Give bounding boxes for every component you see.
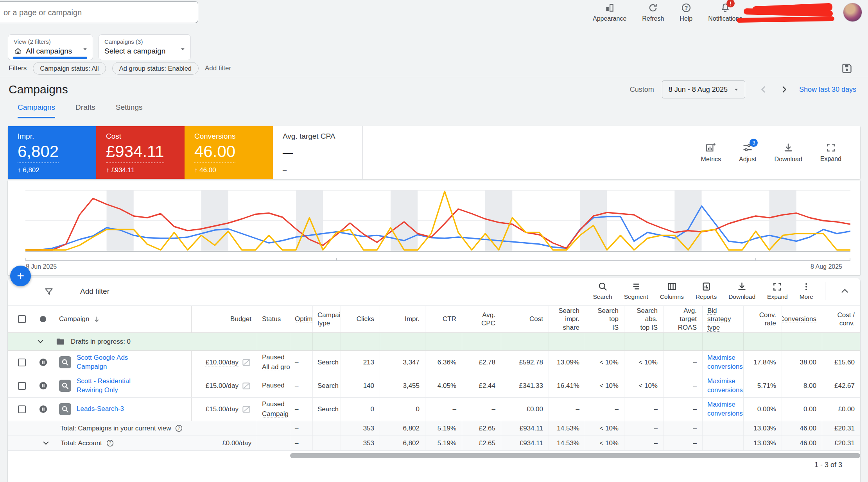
total-cell-ctr: 5.19% (425, 421, 462, 436)
table-columns-button[interactable]: Columns (660, 281, 684, 300)
table-segment-button[interactable]: Segment (624, 281, 648, 300)
table-add-filter[interactable]: Add filter (80, 287, 109, 296)
cell-stis: < 10% (585, 351, 624, 374)
budget-value: £15.00/day (206, 382, 239, 390)
total-cell-stis: < 10% (585, 436, 624, 450)
download-button[interactable]: Download (775, 142, 802, 163)
campaign-name-link[interactable]: Scott Google Ads Campaign (77, 353, 146, 371)
total-cell-type (313, 436, 341, 450)
table-more-button[interactable]: More (800, 282, 813, 300)
add-filter-link[interactable]: Add filter (205, 64, 231, 72)
column-header-costconv[interactable]: Cost / conv. (822, 306, 860, 332)
cell-opt: – (290, 398, 313, 421)
table-reports-button[interactable]: Reports (696, 281, 717, 300)
global-search-input[interactable] (0, 2, 203, 23)
column-header-status[interactable]: Status (257, 306, 290, 332)
column-header-convrate[interactable]: Conv. rate (744, 306, 782, 332)
scrollbar-thumb[interactable] (290, 453, 860, 458)
chart-start-date-label: 8 Jun 2025 (26, 263, 57, 270)
cell-value: £42.67 (834, 382, 855, 390)
date-mode-label: Custom (630, 86, 654, 94)
row-checkbox[interactable] (18, 359, 26, 366)
row-checkbox[interactable] (18, 405, 26, 413)
bid-strategy-link[interactable]: Maximise conversions (707, 377, 743, 394)
campaign-picker[interactable]: Campaigns (3) Select a campaign (99, 34, 191, 60)
campaign-name-link[interactable]: Scott - Residential Rewiring Only (77, 377, 146, 394)
collapse-table-chevron[interactable] (837, 286, 852, 296)
help-button[interactable]: ? Help (680, 3, 692, 22)
next-period-button[interactable] (779, 84, 789, 95)
total-cell-roas: – (664, 421, 703, 436)
column-header-ctr[interactable]: CTR (425, 306, 462, 332)
drafts-chevron-icon[interactable] (36, 337, 45, 346)
tab-settings[interactable]: Settings (116, 103, 143, 118)
cell-clicks: 140 (341, 374, 380, 397)
table-search-button[interactable]: Search (593, 281, 612, 300)
column-header-satis[interactable]: Search abs. top IS (624, 306, 664, 332)
campaign-column-header[interactable]: Campaign (53, 306, 192, 332)
row-checkbox[interactable] (18, 382, 26, 390)
scorecard-cost[interactable]: Cost £934.11 ↑ £934.11 (96, 126, 185, 179)
status-line: Paused (262, 381, 285, 391)
filter-chip-adgroup-status[interactable]: Ad group status: Enabled (112, 62, 199, 75)
bid-strategy-link[interactable]: Maximise conversions (707, 353, 743, 371)
cell-value: – (693, 382, 697, 390)
column-header-budget[interactable]: Budget (192, 306, 257, 332)
select-all-checkbox[interactable] (18, 315, 26, 323)
total-value: < 10% (599, 425, 619, 432)
cell-value: £0.00 (838, 405, 855, 413)
tab-campaigns[interactable]: Campaigns (18, 103, 55, 118)
total-account-chevron-icon[interactable] (41, 439, 50, 448)
total-cell-bid (703, 436, 744, 450)
create-campaign-fab[interactable]: + (10, 266, 31, 286)
table-expand-button[interactable]: Expand (767, 282, 788, 300)
status-line: All ad gro (262, 362, 290, 372)
previous-period-button[interactable] (759, 84, 769, 95)
cell-costconv: £42.67 (822, 374, 860, 397)
performance-chart[interactable] (25, 190, 850, 252)
adjust-button[interactable]: 3 Adjust (739, 142, 756, 163)
column-header-impr[interactable]: Impr. (380, 306, 425, 332)
cell-roas: – (664, 374, 703, 397)
column-header-bid[interactable]: Bid strategy type (703, 306, 744, 332)
scope-pickers: View (2 filters) All campaigns Campaigns… (8, 34, 191, 60)
expand-button[interactable]: Expand (820, 143, 841, 162)
campaign-name-link[interactable]: Leads-Search-3 (77, 405, 146, 413)
total-value: 13.03% (753, 439, 776, 447)
cell-value: £2.44 (479, 382, 495, 390)
redacted-account-name (742, 2, 838, 23)
column-header-clicks[interactable]: Clicks (341, 306, 380, 332)
show-last-30-days-link[interactable]: Show last 30 days (799, 86, 856, 94)
column-header-sis[interactable]: Search impr. share (549, 306, 585, 332)
total-value: £2.65 (479, 439, 495, 447)
column-header-roas[interactable]: Avg. target ROAS (664, 306, 703, 332)
bid-strategy-link[interactable]: Maximise conversions (707, 400, 743, 418)
tab-drafts[interactable]: Drafts (75, 103, 95, 118)
columns-icon (667, 281, 677, 292)
scorecard-impressions[interactable]: Impr. 6,802 ↑ 6,802 (8, 126, 96, 179)
cell-value: Search (317, 382, 339, 390)
date-range-picker[interactable]: 8 Jun - 8 Aug 2025 (662, 80, 745, 98)
refresh-button[interactable]: Refresh (642, 3, 664, 22)
column-header-cost[interactable]: Cost (501, 306, 549, 332)
metrics-button[interactable]: Metrics (701, 142, 721, 163)
cell-cpc: £2.44 (462, 374, 501, 397)
save-icon[interactable] (841, 63, 852, 74)
global-search-box[interactable] (0, 1, 198, 23)
cell-cpc: – (462, 398, 501, 421)
filter-funnel-icon[interactable] (44, 287, 54, 297)
scorecard-avg-target-cpa[interactable]: Avg. target CPA — – (273, 126, 363, 179)
column-header-cpc[interactable]: Avg. CPC (462, 306, 501, 332)
column-header-stis[interactable]: Search top IS (585, 306, 624, 332)
filter-chip-campaign-status[interactable]: Campaign status: All (33, 62, 106, 75)
total-value: 5.19% (438, 439, 456, 447)
column-header-type[interactable]: Campai type (313, 306, 341, 332)
view-picker[interactable]: View (2 filters) All campaigns (8, 34, 93, 60)
appearance-button[interactable]: Appearance (593, 3, 626, 22)
column-header-conv[interactable]: Conversions (782, 306, 822, 332)
column-header-opt[interactable]: Optimis (290, 306, 313, 332)
table-download-button[interactable]: Download (728, 281, 755, 300)
scorecard-conversions[interactable]: Conversions 46.00 ↑ 46.00 (185, 126, 273, 179)
account-avatar[interactable] (843, 3, 862, 22)
cell-value: 8.00 (803, 382, 816, 390)
